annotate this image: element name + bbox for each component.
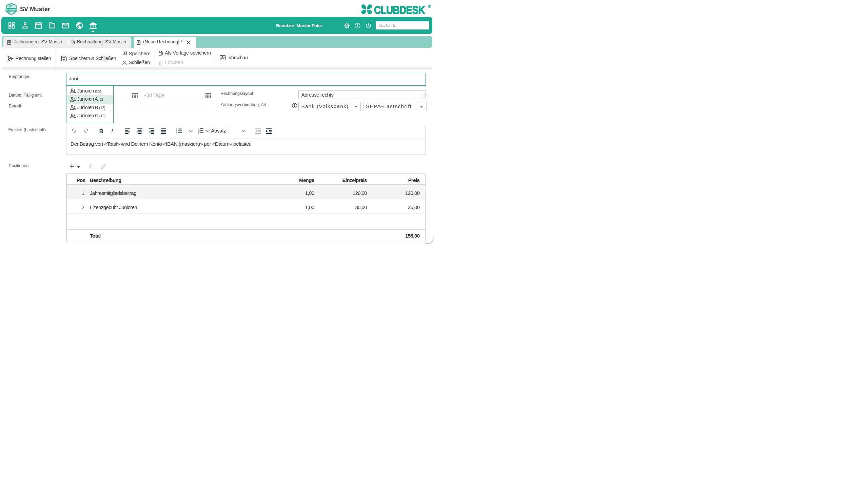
svg-text:3: 3 bbox=[198, 132, 200, 134]
svg-text:SV MUSTER: SV MUSTER bbox=[6, 9, 17, 11]
